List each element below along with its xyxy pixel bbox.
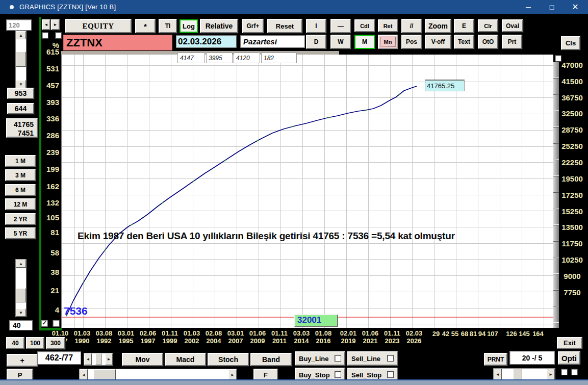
info-box-open[interactable]: 4147 <box>177 53 205 63</box>
x-tick: 03.011995 <box>115 329 137 345</box>
price-tick: 10250 <box>559 255 585 265</box>
next-arrow-button[interactable]: ► <box>51 19 60 30</box>
scrollbar-thumb[interactable] <box>93 369 116 380</box>
e-button[interactable]: E <box>454 19 474 33</box>
range-5yr-button[interactable]: 5 YR <box>5 227 36 239</box>
x-tick: 02.012019 <box>337 329 360 345</box>
range-6m-button[interactable]: 6 M <box>5 184 36 196</box>
close-chart-button[interactable]: Cls <box>561 36 580 50</box>
weekly-button[interactable]: W <box>330 35 351 49</box>
axis-checkbox-checked[interactable] <box>41 320 48 327</box>
scrollbar-track[interactable] <box>502 369 547 380</box>
x-tick: 01.032002 <box>181 329 203 345</box>
price-tick: 41500 <box>559 77 585 86</box>
maximize-button[interactable]: □ <box>540 0 564 14</box>
option-checkbox-2[interactable] <box>55 32 62 39</box>
left-scrollbar-bottom[interactable]: ▲ ▼ <box>15 259 27 317</box>
range-3m-button[interactable]: 3 M <box>5 169 36 181</box>
info-box-volume[interactable]: 182 <box>261 53 297 63</box>
reset-button[interactable]: Reset <box>267 19 302 33</box>
zoom-300-button[interactable]: 300 <box>46 337 65 349</box>
mov-button[interactable]: Mov <box>122 353 163 366</box>
clear-button[interactable]: Clr <box>478 19 498 32</box>
scroll-left-icon[interactable]: ◄ <box>80 369 88 380</box>
oval-tool-button[interactable]: Oval <box>502 19 523 32</box>
opti-button[interactable]: Opti <box>558 351 580 365</box>
plus-button[interactable]: + <box>7 354 38 367</box>
line-tool-button[interactable]: — <box>330 19 351 33</box>
scroll-down-icon[interactable]: ▼ <box>16 309 26 317</box>
stoch-button[interactable]: Stoch <box>208 353 249 366</box>
zoom-100-button[interactable]: 100 <box>26 337 44 349</box>
period-input[interactable]: 120 <box>6 19 32 31</box>
info-box-low[interactable]: 3995 <box>206 53 233 63</box>
monthly-button[interactable]: M <box>354 35 375 49</box>
scroll-down-icon[interactable]: ▼ <box>16 80 26 88</box>
ret-button[interactable]: Ret <box>378 19 398 32</box>
equity-button[interactable]: EQUITY <box>65 19 132 33</box>
x-tick: 01.031990 <box>71 329 93 345</box>
value-644-button[interactable]: 644 <box>7 103 34 114</box>
band-button[interactable]: Band <box>250 353 292 366</box>
range-2yr-button[interactable]: 2 YR <box>5 213 36 225</box>
candle-button[interactable]: Cdl <box>354 19 375 32</box>
buy-stop-checkbox[interactable] <box>335 371 341 378</box>
scrollbar-thumb[interactable] <box>16 52 26 67</box>
daily-button[interactable]: D <box>306 35 326 49</box>
oto-button[interactable]: OtO <box>478 35 498 49</box>
print-option-checkbox-1[interactable] <box>561 369 568 375</box>
log-scale-button[interactable]: Log <box>180 19 198 33</box>
print-button[interactable]: Prt <box>502 35 522 49</box>
sell-line-checkbox[interactable] <box>387 355 394 362</box>
axis-checkbox-unchecked[interactable] <box>53 320 60 327</box>
right-scale-slider[interactable] <box>553 62 559 328</box>
close-button[interactable]: ✕ <box>564 0 587 14</box>
macd-button[interactable]: Macd <box>165 353 206 366</box>
start-value-label: 7536 <box>64 305 88 317</box>
scroll-up-icon[interactable]: ▲ <box>16 260 26 268</box>
scroll-right-icon[interactable]: ► <box>105 353 113 365</box>
range-12m-button[interactable]: 12 M <box>5 198 36 210</box>
text-tool-button[interactable]: Text <box>454 35 474 49</box>
option-checkbox-1[interactable] <box>42 32 48 39</box>
date-display[interactable]: 02.03.2026 <box>176 35 237 48</box>
relative-button[interactable]: Relative <box>200 19 238 33</box>
percent-tick: 531 <box>41 64 59 73</box>
tl-button[interactable]: Tl <box>159 19 177 33</box>
prev-arrow-button[interactable]: ◄ <box>42 19 50 30</box>
exit-button[interactable]: Exit <box>557 337 582 349</box>
sell-stop-checkbox[interactable] <box>387 371 394 378</box>
zoom-button[interactable]: Zoom <box>425 19 451 33</box>
scroll-left-icon[interactable]: ◄ <box>84 353 92 365</box>
buy-line-checkbox[interactable] <box>335 355 341 362</box>
value-953-button[interactable]: 953 <box>7 88 34 99</box>
i-tool-button[interactable]: I <box>306 19 326 33</box>
percent-tick: 336 <box>41 114 59 123</box>
range-1m-button[interactable]: 1 M <box>5 155 36 167</box>
bars-input[interactable]: 40 <box>9 320 33 330</box>
grf-plus-button[interactable]: Grf+ <box>242 19 264 33</box>
left-scrollbar-top[interactable]: ▲ ▼ <box>15 31 27 89</box>
zoom-40-button[interactable]: 40 <box>6 337 24 349</box>
minimize-button[interactable]: ─ <box>517 0 540 14</box>
parallel-lines-button[interactable]: // <box>401 19 422 33</box>
v-off-button[interactable]: V-off <box>425 35 451 49</box>
percent-tick: 38 <box>41 268 59 277</box>
mini-scrollbar[interactable]: ◄ ► <box>84 353 113 366</box>
scrollbar-thumb[interactable] <box>95 353 101 365</box>
symbol-label[interactable]: ZZTNX <box>63 35 172 50</box>
prnt-button[interactable]: PRNT <box>484 353 507 366</box>
scroll-up-icon[interactable]: ▲ <box>16 31 26 39</box>
scrollbar-thumb[interactable] <box>16 288 26 302</box>
pos-button[interactable]: Pos <box>401 35 422 49</box>
scrollbar-thumb[interactable] <box>513 369 522 380</box>
info-box-close[interactable]: 4120 <box>234 53 260 63</box>
print-option-checkbox-2[interactable] <box>571 369 578 375</box>
chart-area[interactable]: Ekim 1987 den Beri USA 10 yıllıkların Bi… <box>61 55 553 328</box>
star-button[interactable]: * <box>135 19 156 33</box>
scroll-left-icon[interactable]: ◄ <box>494 369 502 380</box>
minute-button[interactable]: Mn <box>378 35 398 49</box>
scroll-right-icon[interactable]: ► <box>547 369 555 380</box>
scroll-right-icon[interactable]: ► <box>228 369 237 380</box>
x-tick: 03.032014 <box>290 329 313 345</box>
